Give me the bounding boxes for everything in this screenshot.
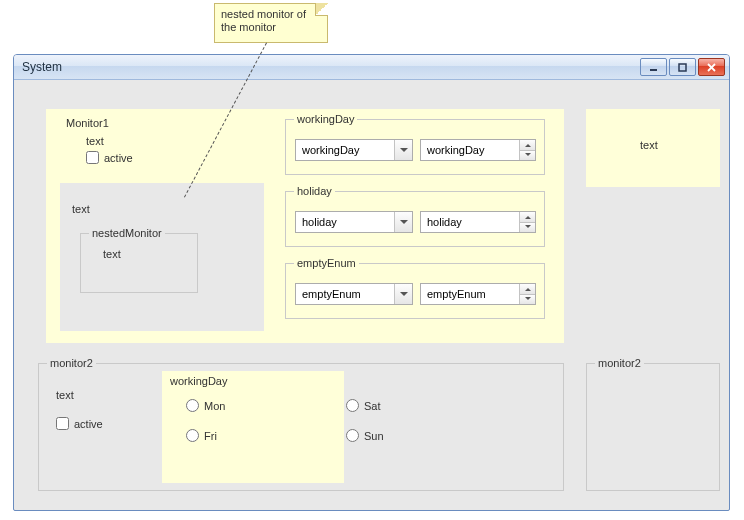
workingday-title: workingDay (294, 113, 357, 125)
workingday-radio-title: workingDay (170, 375, 227, 387)
monitor2b-group: monitor2 (586, 363, 720, 491)
workingday-spin-value: workingDay (427, 144, 484, 156)
chevron-down-icon (394, 140, 412, 160)
holiday-combo[interactable]: holiday (295, 211, 413, 233)
nested-monitor-title: nestedMonitor (89, 227, 165, 239)
spin-down-icon[interactable] (520, 295, 535, 305)
chevron-down-icon (394, 212, 412, 232)
monitor2b-title: monitor2 (595, 357, 644, 369)
radio-sun[interactable]: Sun (346, 429, 384, 442)
monitor1-inner-text: text (72, 203, 90, 215)
minimize-button[interactable] (640, 58, 667, 76)
spin-down-icon[interactable] (520, 223, 535, 233)
holiday-spin[interactable]: holiday (420, 211, 536, 233)
radio-sat[interactable]: Sat (346, 399, 381, 412)
monitor2-active-label: active (74, 418, 103, 430)
spin-up-icon[interactable] (520, 212, 535, 223)
window: System Monitor1 text active text nestedM… (13, 54, 730, 511)
sticky-note: nested monitor of the monitor (214, 3, 328, 43)
workingday-spin[interactable]: workingDay (420, 139, 536, 161)
radio-sun-label: Sun (364, 430, 384, 442)
right-panel-text: text (640, 139, 658, 151)
holiday-spin-value: holiday (427, 216, 462, 228)
titlebar[interactable]: System (14, 55, 729, 80)
chevron-down-icon (394, 284, 412, 304)
emptyenum-spin-value: emptyEnum (427, 288, 486, 300)
window-title: System (22, 60, 62, 74)
workingday-combo[interactable]: workingDay (295, 139, 413, 161)
emptyenum-title: emptyEnum (294, 257, 359, 269)
spin-up-icon[interactable] (520, 284, 535, 295)
emptyenum-combo-value: emptyEnum (302, 288, 361, 300)
emptyenum-combo[interactable]: emptyEnum (295, 283, 413, 305)
nested-monitor-group: nestedMonitor text (80, 233, 198, 293)
workingday-radio-panel (162, 371, 344, 483)
workingday-combo-value: workingDay (302, 144, 359, 156)
radio-fri-label: Fri (204, 430, 217, 442)
holiday-title: holiday (294, 185, 335, 197)
close-button[interactable] (698, 58, 725, 76)
maximize-button[interactable] (669, 58, 696, 76)
monitor1-active-checkbox[interactable]: active (86, 151, 133, 164)
svg-rect-1 (679, 64, 686, 71)
monitor1-active-label: active (104, 152, 133, 164)
monitor1-text-label: text (86, 135, 104, 147)
radio-mon[interactable]: Mon (186, 399, 225, 412)
spin-down-icon[interactable] (520, 151, 535, 161)
nested-monitor-text: text (103, 248, 121, 260)
emptyenum-spin[interactable]: emptyEnum (420, 283, 536, 305)
radio-mon-label: Mon (204, 400, 225, 412)
monitor2-text-label: text (56, 389, 74, 401)
sticky-note-text: nested monitor of the monitor (221, 8, 306, 33)
radio-fri[interactable]: Fri (186, 429, 217, 442)
monitor2-active-checkbox[interactable]: active (56, 417, 103, 430)
holiday-combo-value: holiday (302, 216, 337, 228)
note-fold-icon (315, 3, 328, 16)
monitor2-title: monitor2 (47, 357, 96, 369)
monitor1-title: Monitor1 (66, 117, 109, 129)
radio-sat-label: Sat (364, 400, 381, 412)
spin-up-icon[interactable] (520, 140, 535, 151)
